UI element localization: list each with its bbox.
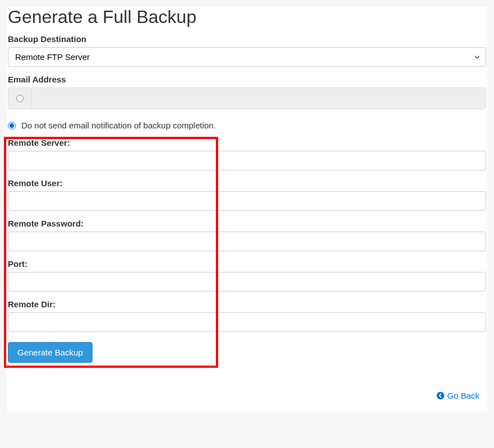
do-not-send-label: Do not send email notification of backup… — [21, 121, 216, 130]
backup-form-container: Generate a Full Backup Backup Destinatio… — [7, 7, 487, 412]
page-title: Generate a Full Backup — [7, 7, 487, 27]
remote-user-label: Remote User: — [8, 178, 486, 188]
back-arrow-icon — [436, 391, 445, 400]
remote-server-input[interactable] — [8, 151, 486, 170]
remote-server-group: Remote Server: — [7, 138, 487, 170]
email-send-radio[interactable] — [16, 95, 24, 102]
remote-server-label: Remote Server: — [8, 138, 486, 147]
email-input-row — [8, 87, 486, 109]
port-input[interactable] — [8, 272, 486, 292]
do-not-send-radio[interactable] — [8, 122, 16, 130]
remote-password-label: Remote Password: — [8, 219, 486, 228]
generate-backup-button[interactable]: Generate Backup — [8, 342, 93, 363]
do-not-send-row: Do not send email notification of backup… — [7, 117, 487, 138]
go-back-text: Go Back — [447, 391, 479, 400]
go-back-link[interactable]: Go Back — [436, 391, 479, 400]
svg-point-0 — [437, 392, 445, 400]
remote-user-group: Remote User: — [7, 178, 487, 211]
remote-fields-wrap: Remote Server: Remote User: Remote Passw… — [7, 138, 487, 332]
remote-password-input[interactable] — [8, 232, 486, 251]
backup-destination-label: Backup Destination — [8, 34, 486, 44]
remote-password-group: Remote Password: — [7, 219, 487, 251]
go-back-row: Go Back — [7, 391, 487, 400]
backup-destination-group: Backup Destination Remote FTP Server — [7, 34, 487, 67]
email-address-input[interactable] — [32, 88, 486, 109]
remote-dir-label: Remote Dir: — [8, 299, 486, 309]
email-address-group: Email Address — [7, 75, 487, 109]
backup-destination-select[interactable]: Remote FTP Server — [8, 47, 486, 67]
remote-user-input[interactable] — [8, 191, 486, 211]
remote-dir-group: Remote Dir: — [7, 299, 487, 332]
email-send-radio-box — [8, 88, 32, 109]
highlight-box — [4, 137, 218, 368]
email-address-label: Email Address — [8, 75, 486, 84]
port-label: Port: — [8, 259, 486, 269]
remote-dir-input[interactable] — [8, 312, 486, 332]
port-group: Port: — [7, 259, 487, 292]
